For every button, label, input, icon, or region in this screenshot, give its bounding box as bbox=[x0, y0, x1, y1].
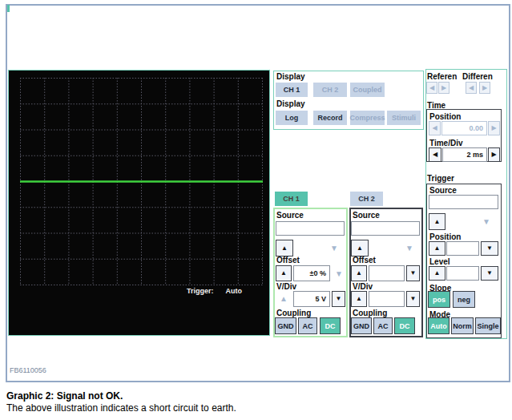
ch2-gnd-button[interactable]: GND bbox=[351, 317, 372, 334]
trigger-level-label: Level bbox=[429, 257, 450, 266]
ch2-source-down-button: ▼ bbox=[401, 243, 417, 254]
trigger-position-label: Position bbox=[429, 232, 461, 241]
left-arrow-icon: ◀ bbox=[433, 151, 437, 158]
right-arrow-icon: ▶ bbox=[491, 125, 496, 131]
up-arrow-icon: ▲ bbox=[281, 245, 288, 252]
trigger-source-up-button[interactable]: ▲ bbox=[429, 213, 445, 230]
tab-ch2[interactable]: CH 2 bbox=[350, 192, 383, 206]
log-button[interactable]: Log bbox=[276, 111, 308, 125]
down-arrow-icon: ▼ bbox=[405, 244, 413, 252]
trigger-position-down-button[interactable]: ▼ bbox=[481, 241, 498, 256]
ch2-dc-button[interactable]: DC bbox=[394, 317, 415, 334]
trigger-status-label: Trigger: bbox=[187, 287, 214, 295]
trigger-position-up-button[interactable]: ▲ bbox=[429, 241, 445, 256]
time-div-decrement-button[interactable]: ◀ bbox=[429, 147, 441, 162]
mode-single-button[interactable]: Single bbox=[475, 317, 501, 334]
time-div-increment-button[interactable]: ▶ bbox=[488, 147, 500, 162]
ch1-offset-field[interactable]: ±0 % bbox=[293, 265, 330, 281]
ch2-vdiv-field[interactable] bbox=[369, 291, 405, 307]
record-button[interactable]: Record bbox=[313, 111, 347, 125]
display-ch1-button[interactable]: CH 1 bbox=[276, 83, 308, 97]
down-arrow-icon: ▼ bbox=[410, 296, 417, 302]
up-arrow-icon: ▲ bbox=[434, 270, 441, 277]
ch2-offset-field[interactable] bbox=[369, 265, 405, 281]
trigger-groupbox: Source ▲ ▼ Position ▲ ▼ Level ▲ ▼ Slope … bbox=[426, 184, 502, 338]
time-position-field: 0.00 bbox=[441, 121, 487, 135]
up-arrow-icon: ▲ bbox=[434, 219, 441, 225]
ch2-ac-button[interactable]: AC bbox=[373, 317, 393, 334]
down-arrow-icon: ▼ bbox=[486, 270, 493, 277]
ch1-dc-button[interactable]: DC bbox=[320, 317, 341, 334]
stimuli-button: Stimuli bbox=[387, 111, 421, 125]
trigger-level-field[interactable] bbox=[446, 266, 479, 281]
right-arrow-icon: ▶ bbox=[482, 85, 487, 91]
ch1-coupling-label: Coupling bbox=[276, 309, 311, 317]
ch2-panel: Source ▲ ▼ Offset ▲ ▼ V/Div ▲ ▼ Coupling… bbox=[349, 208, 423, 337]
ch2-offset-up-button[interactable]: ▲ bbox=[351, 265, 367, 281]
trigger-level-up-button[interactable]: ▲ bbox=[429, 266, 445, 281]
ch2-vdiv-down-button[interactable]: ▼ bbox=[406, 291, 420, 307]
right-arrow-icon: ▶ bbox=[491, 151, 496, 158]
up-arrow-icon: ▲ bbox=[356, 296, 362, 302]
trigger-position-field[interactable] bbox=[446, 241, 479, 256]
slope-neg-button[interactable]: neg bbox=[453, 291, 475, 308]
mode-norm-button[interactable]: Norm bbox=[451, 317, 474, 334]
ch1-offset-label: Offset bbox=[276, 256, 300, 265]
down-arrow-icon: ▼ bbox=[486, 245, 493, 252]
referen-prev-button: ◀ bbox=[426, 82, 437, 94]
display-ch2-button: CH 2 bbox=[313, 83, 347, 97]
ch1-ac-button[interactable]: AC bbox=[298, 317, 317, 334]
display-section-title-1: Display bbox=[276, 72, 305, 81]
left-arrow-icon: ◀ bbox=[469, 85, 474, 91]
tab-ch1[interactable]: CH 1 bbox=[275, 192, 308, 206]
trigger-source-down-button: ▼ bbox=[478, 216, 494, 228]
down-arrow-icon: ▼ bbox=[482, 218, 490, 226]
trigger-source-label: Source bbox=[429, 186, 457, 195]
trigger-section-title: Trigger bbox=[427, 174, 454, 183]
ch1-source-down-button: ▼ bbox=[326, 243, 342, 254]
ch2-vdiv-label: V/Div bbox=[353, 282, 373, 291]
ch1-vdiv-field[interactable]: 5 V bbox=[293, 291, 330, 307]
trigger-level-down-button[interactable]: ▼ bbox=[481, 266, 498, 281]
ch1-panel: Source ▲ ▼ Offset ▲ ±0 % ▼ V/Div ▲ 5 V ▼… bbox=[273, 208, 348, 337]
up-arrow-icon: ▲ bbox=[357, 245, 363, 252]
differen-prev-button: ◀ bbox=[466, 82, 477, 94]
caption-title: Graphic 2: Signal not OK. bbox=[6, 390, 123, 402]
figure-code: FB6110056 bbox=[10, 366, 46, 374]
ch1-source-field[interactable] bbox=[276, 221, 345, 236]
ch1-source-label: Source bbox=[276, 211, 304, 220]
right-arrow-icon: ▶ bbox=[441, 85, 446, 91]
time-position-label: Position bbox=[429, 112, 461, 121]
ch1-gnd-button[interactable]: GND bbox=[275, 317, 296, 334]
time-position-decrement-button: ◀ bbox=[429, 121, 441, 135]
up-arrow-icon: ▲ bbox=[280, 295, 288, 303]
ch1-source-up-button[interactable]: ▲ bbox=[276, 240, 293, 256]
ch2-source-label: Source bbox=[353, 211, 380, 220]
ch2-offset-label: Offset bbox=[353, 256, 376, 265]
trigger-source-field[interactable] bbox=[429, 195, 498, 209]
display-coupled-button: Coupled bbox=[350, 83, 385, 97]
ch1-vdiv-up-button: ▲ bbox=[276, 293, 291, 305]
left-arrow-icon: ◀ bbox=[429, 85, 434, 91]
mode-auto-button[interactable]: Auto bbox=[428, 317, 450, 334]
up-arrow-icon: ▲ bbox=[280, 270, 287, 277]
down-arrow-icon: ▼ bbox=[335, 270, 343, 278]
frame-corner-tick bbox=[7, 5, 10, 12]
scope-grid bbox=[20, 78, 263, 285]
ch2-source-up-button[interactable]: ▲ bbox=[351, 240, 369, 256]
trigger-status-value: Auto bbox=[226, 287, 243, 295]
slope-pos-button[interactable]: pos bbox=[428, 291, 450, 308]
left-arrow-icon: ◀ bbox=[432, 125, 437, 131]
ch1-offset-down-button: ▼ bbox=[333, 269, 345, 280]
ch1-offset-up-button[interactable]: ▲ bbox=[276, 265, 292, 281]
time-groupbox: Position ◀ 0.00 ▶ Time/Div ◀ 2 ms ▶ bbox=[426, 109, 502, 162]
ch2-vdiv-up-button[interactable]: ▲ bbox=[351, 291, 367, 307]
differen-next-button: ▶ bbox=[479, 82, 490, 94]
ch2-offset-down-button[interactable]: ▼ bbox=[406, 265, 420, 281]
time-div-field[interactable]: 2 ms bbox=[442, 147, 487, 162]
referen-label: Referen bbox=[427, 72, 457, 81]
referen-next-button: ▶ bbox=[438, 82, 450, 94]
caption-body: The above illustration indicates a short… bbox=[6, 402, 236, 414]
ch1-vdiv-down-button[interactable]: ▼ bbox=[332, 291, 345, 307]
ch2-source-field[interactable] bbox=[351, 221, 420, 236]
